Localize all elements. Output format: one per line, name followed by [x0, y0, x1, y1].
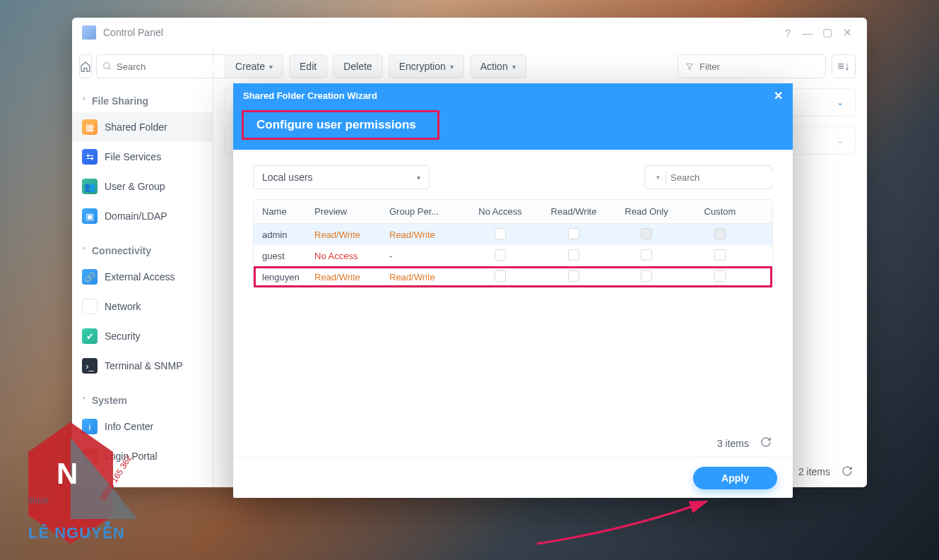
- section-title-highlight: Configure user permissions: [242, 110, 439, 140]
- sidebar: ˄File Sharing ▦Shared Folder ⇆File Servi…: [72, 47, 213, 487]
- window-titlebar: Control Panel ? — ▢ ✕: [72, 18, 867, 47]
- network-icon: ▲: [82, 299, 98, 314]
- svg-text:LÊ NGUYỄN: LÊ NGUYỄN: [28, 521, 125, 542]
- col-custom[interactable]: Custom: [683, 206, 757, 217]
- sidebar-item-info-center[interactable]: iInfo Center: [72, 412, 213, 441]
- sidebar-item-shared-folder[interactable]: ▦Shared Folder: [72, 112, 213, 142]
- cell-group-perm: Read/Write: [389, 272, 463, 282]
- caret-down-icon: ▾: [269, 63, 273, 71]
- cell-preview: No Access: [314, 251, 389, 261]
- close-icon[interactable]: ✕: [837, 23, 857, 42]
- cell-preview: Read/Write: [314, 272, 389, 282]
- filter-box[interactable]: [678, 54, 826, 78]
- modal-item-count: 3 items: [717, 438, 749, 449]
- dropdown-caret-icon[interactable]: ▾: [656, 174, 660, 181]
- info-icon: i: [82, 419, 98, 434]
- maximize-icon[interactable]: ▢: [817, 23, 837, 42]
- home-button[interactable]: [79, 54, 92, 78]
- search-icon: [102, 61, 112, 71]
- checkbox-custom[interactable]: [714, 249, 726, 261]
- file-services-icon: ⇆: [82, 149, 98, 165]
- section-title: Configure user permissions: [256, 118, 416, 132]
- svg-point-0: [104, 63, 110, 68]
- checkbox-custom[interactable]: [714, 228, 726, 239]
- cell-name: admin: [254, 230, 314, 240]
- sidebar-item-network[interactable]: ▲Network: [72, 292, 213, 321]
- window-title: Control Panel: [103, 27, 163, 38]
- wizard-modal: Shared Folder Creation Wizard ✕ Configur…: [233, 83, 793, 498]
- chevron-down-icon: ⌄: [837, 97, 844, 107]
- sidebar-item-user-group[interactable]: 👥User & Group: [72, 172, 213, 201]
- action-button[interactable]: Action▾: [470, 54, 526, 78]
- wizard-title: Shared Folder Creation Wizard: [243, 90, 377, 101]
- list-settings-button[interactable]: ≡↓: [832, 54, 856, 78]
- user-group-icon: 👥: [82, 179, 98, 194]
- login-portal-icon: ▦: [82, 448, 98, 464]
- cell-group-perm: -: [389, 251, 463, 261]
- encryption-button[interactable]: Encryption▾: [389, 54, 464, 78]
- permissions-table: Name Preview Group Per... No Access Read…: [253, 199, 773, 288]
- edit-button[interactable]: Edit: [289, 54, 327, 78]
- sidebar-item-domain-ldap[interactable]: ▣Domain/LDAP: [72, 201, 213, 231]
- sidebar-item-external-access[interactable]: 🔗External Access: [72, 262, 213, 292]
- checkbox-read-only[interactable]: [641, 228, 652, 239]
- chevron-down-icon: ⌄: [837, 136, 844, 145]
- table-row[interactable]: lenguyenRead/WriteRead/Write: [254, 266, 772, 287]
- sidebar-item-login-portal[interactable]: ▦Login Portal: [72, 441, 213, 471]
- checkbox-read-write[interactable]: [568, 249, 579, 261]
- filter-input[interactable]: [699, 61, 818, 72]
- group-file-sharing[interactable]: ˄File Sharing: [72, 90, 213, 112]
- checkbox-read-only[interactable]: [641, 270, 652, 282]
- create-button[interactable]: Create▾: [225, 54, 283, 78]
- app-icon: [82, 25, 96, 40]
- checkbox-no-access[interactable]: [495, 270, 506, 282]
- cell-group-perm: Read/Write: [389, 230, 463, 240]
- terminal-icon: ›_: [82, 358, 98, 374]
- cell-name: lenguyen: [254, 272, 314, 282]
- toolbar: Create▾ Edit Delete Encryption▾ Action▾ …: [225, 54, 856, 78]
- modal-close-button[interactable]: ✕: [774, 89, 783, 102]
- modal-search-input[interactable]: [671, 172, 789, 183]
- col-preview[interactable]: Preview: [314, 206, 389, 217]
- col-read-only[interactable]: Read Only: [610, 206, 683, 217]
- annotation-arrow: [530, 494, 756, 558]
- col-name[interactable]: Name: [254, 206, 314, 217]
- col-no-access[interactable]: No Access: [463, 206, 538, 217]
- folder-icon: ▦: [82, 119, 98, 135]
- cell-preview: Read/Write: [314, 230, 389, 240]
- checkbox-read-write[interactable]: [568, 270, 579, 282]
- reload-button[interactable]: [841, 465, 853, 479]
- checkbox-no-access[interactable]: [495, 249, 506, 261]
- modal-search[interactable]: ▾: [644, 165, 773, 189]
- svg-text:ithcm: ithcm: [28, 496, 49, 506]
- delete-button[interactable]: Delete: [333, 54, 382, 78]
- svg-text:.vn: .vn: [28, 506, 40, 516]
- sidebar-item-security[interactable]: ✔Security: [72, 321, 213, 351]
- shield-icon: ✔: [82, 328, 98, 344]
- col-group-permissions[interactable]: Group Per...: [389, 206, 463, 217]
- domain-icon: ▣: [82, 208, 98, 224]
- checkbox-custom[interactable]: [714, 270, 726, 282]
- chevron-down-icon: ▾: [417, 174, 420, 181]
- modal-reload-button[interactable]: [760, 436, 772, 450]
- sidebar-item-terminal-snmp[interactable]: ›_Terminal & SNMP: [72, 351, 213, 381]
- group-system[interactable]: ˄System: [72, 389, 213, 412]
- cell-name: guest: [254, 251, 314, 261]
- table-row[interactable]: guestNo Access-: [254, 245, 772, 266]
- caret-down-icon: ▾: [512, 63, 516, 71]
- checkbox-read-only[interactable]: [641, 249, 652, 261]
- col-read-write[interactable]: Read/Write: [538, 206, 610, 217]
- table-row[interactable]: adminRead/WriteRead/Write: [254, 224, 772, 245]
- caret-down-icon: ▾: [450, 63, 454, 71]
- item-count: 2 items: [798, 466, 830, 477]
- help-icon[interactable]: ?: [778, 23, 798, 42]
- external-access-icon: 🔗: [82, 269, 98, 285]
- group-connectivity[interactable]: ˄Connectivity: [72, 239, 213, 262]
- user-type-select[interactable]: Local users ▾: [253, 165, 430, 189]
- apply-button[interactable]: Apply: [693, 467, 777, 489]
- checkbox-read-write[interactable]: [568, 228, 579, 239]
- filter-icon: [685, 61, 694, 71]
- sidebar-item-file-services[interactable]: ⇆File Services: [72, 142, 213, 172]
- minimize-icon[interactable]: —: [798, 23, 817, 42]
- checkbox-no-access[interactable]: [495, 228, 506, 239]
